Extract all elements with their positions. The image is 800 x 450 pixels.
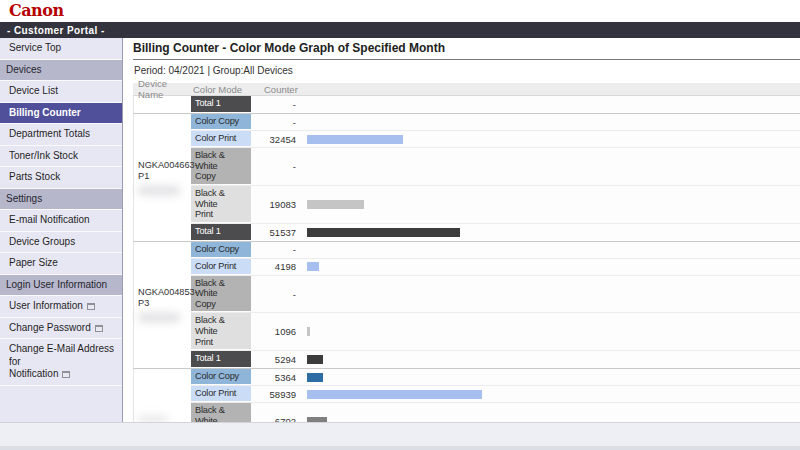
main-panel: Billing Counter - Color Mode Graph of Sp… — [123, 38, 800, 422]
sidebar-item-label: Settings — [6, 193, 42, 204]
sidebar-item-service-top[interactable]: Service Top — [0, 38, 122, 60]
table-row: Color Copy- — [191, 242, 800, 259]
counter-bar — [307, 417, 327, 422]
sidebar-item-label: Toner/Ink Stock — [9, 150, 78, 161]
counter-bar — [307, 355, 323, 364]
color-mode-cell: Total 1 — [191, 96, 251, 112]
device-group: Total 1- — [133, 96, 800, 114]
external-window-icon — [95, 325, 103, 332]
sidebar-item-paper-size[interactable]: Paper Size — [0, 253, 122, 275]
color-mode-cell: Color Copy — [191, 114, 251, 129]
table-row: Total 15294 — [191, 351, 800, 368]
sidebar-item-change-password[interactable]: Change Password — [0, 318, 122, 340]
counter-bar-zone — [301, 386, 800, 402]
counter-value-cell: 5294 — [251, 351, 301, 368]
redaction-blur — [138, 313, 180, 322]
table-row: Total 1- — [191, 96, 800, 113]
counter-bar-zone — [301, 148, 800, 185]
color-mode-cell: Color Print — [191, 386, 251, 401]
sidebar-item-label: Department Totals — [9, 128, 90, 139]
table-row: Black & White Copy- — [191, 276, 800, 314]
sidebar-item-label: E-mail Notification — [9, 214, 90, 225]
counter-bar — [307, 373, 323, 382]
sidebar-item-label: Paper Size — [9, 257, 58, 268]
counter-value-cell: 6702 — [251, 403, 301, 422]
content-area: Service TopDevicesDevice ListBilling Cou… — [0, 38, 800, 422]
color-mode-cell: Black & White Copy — [191, 403, 251, 422]
sidebar-item-label: Device List — [9, 85, 58, 96]
sidebar-item-label: Parts Stock — [9, 171, 60, 182]
counter-bar-zone — [301, 242, 800, 258]
counter-value-cell: 4198 — [251, 259, 301, 275]
color-mode-cell: Color Print — [191, 131, 251, 146]
sidebar-item-device-groups[interactable]: Device Groups — [0, 232, 122, 254]
sidebar-item-billing-counter[interactable]: Billing Counter — [0, 103, 122, 125]
counter-bar — [307, 228, 460, 237]
counter-bar-zone — [301, 313, 800, 350]
counter-value-cell: - — [251, 148, 301, 185]
table-row: Color Print32454 — [191, 131, 800, 148]
mode-rows: Color Copy-Color Print4198Black & White … — [191, 242, 800, 368]
counter-value-cell: 19083 — [251, 186, 301, 223]
counter-bar — [307, 200, 364, 209]
portal-title-label: - Customer Portal - — [7, 25, 105, 36]
device-group: NGKA004663- P1Color Copy-Color Print3245… — [133, 114, 800, 241]
counter-value-cell: 32454 — [251, 131, 301, 147]
device-name-cell: NGKA004853- P3 — [133, 242, 191, 368]
redaction-blur — [138, 415, 168, 422]
counter-value-cell: - — [251, 96, 301, 113]
table-row: Black & White Print1096 — [191, 313, 800, 351]
sidebar-item-device-list[interactable]: Device List — [0, 81, 122, 103]
counter-value-cell: - — [251, 276, 301, 313]
sidebar-item-change-e-mail-address-for-notification[interactable]: Change E-Mail Address for Notification — [0, 339, 122, 386]
sidebar-item-parts-stock[interactable]: Parts Stock — [0, 167, 122, 189]
counter-bar-zone — [301, 259, 800, 275]
color-mode-cell: Black & White Copy — [191, 276, 251, 312]
counter-value-cell: - — [251, 242, 301, 258]
counter-bar — [307, 262, 319, 271]
header-color-mode: Color Mode — [191, 84, 251, 95]
external-window-icon — [62, 371, 70, 378]
sidebar-section-settings: Settings — [0, 189, 122, 211]
external-window-icon — [87, 303, 95, 310]
sidebar-item-department-totals[interactable]: Department Totals — [0, 124, 122, 146]
billing-table-body: Total 1-NGKA004663- P1Color Copy-Color P… — [133, 96, 800, 422]
counter-value-cell: 1096 — [251, 313, 301, 350]
mode-rows: Total 1- — [191, 96, 800, 113]
counter-bar-zone — [301, 96, 800, 113]
counter-bar-zone — [301, 276, 800, 313]
sidebar-section-devices: Devices — [0, 60, 122, 82]
counter-bar-zone — [301, 351, 800, 368]
footer-edge — [0, 446, 800, 450]
sidebar-item-label: Billing Counter — [9, 107, 81, 118]
device-name-cell — [133, 96, 191, 113]
period-group-line: Period: 04/2021 | Group:All Devices — [134, 65, 800, 76]
sidebar-item-label: Service Top — [9, 42, 61, 53]
sidebar-item-label: Change Password — [9, 322, 91, 333]
color-mode-cell: Color Print — [191, 259, 251, 274]
color-mode-cell: Color Copy — [191, 242, 251, 257]
mode-rows: Color Copy-Color Print32454Black & White… — [191, 114, 800, 240]
counter-bar-zone — [301, 114, 800, 130]
portal-title-bar: - Customer Portal - — [0, 22, 800, 38]
table-row: Black & White Copy6702 — [191, 403, 800, 422]
sidebar-item-label: User Information — [9, 300, 83, 311]
sidebar-item-user-information[interactable]: User Information — [0, 296, 122, 318]
sidebar-section-login-user-information: Login User Information — [0, 275, 122, 297]
device-name-cell: P1 — [133, 369, 191, 422]
counter-value-cell: - — [251, 114, 301, 130]
counter-bar — [307, 135, 403, 144]
counter-value-cell: 5364 — [251, 369, 301, 385]
sidebar-item-toner-ink-stock[interactable]: Toner/Ink Stock — [0, 146, 122, 168]
sidebar-item-e-mail-notification[interactable]: E-mail Notification — [0, 210, 122, 232]
redaction-blur — [138, 186, 180, 195]
device-group: P1Color Copy5364Color Print58939Black & … — [133, 369, 800, 422]
color-mode-cell: Total 1 — [191, 224, 251, 240]
counter-bar — [307, 327, 310, 336]
canon-logo: Canon — [9, 3, 64, 19]
counter-value-cell: 51537 — [251, 224, 301, 241]
counter-bar — [307, 390, 482, 399]
sidebar-item-label: Devices — [6, 64, 42, 75]
counter-bar-zone — [301, 186, 800, 223]
table-row: Color Print58939 — [191, 386, 800, 403]
